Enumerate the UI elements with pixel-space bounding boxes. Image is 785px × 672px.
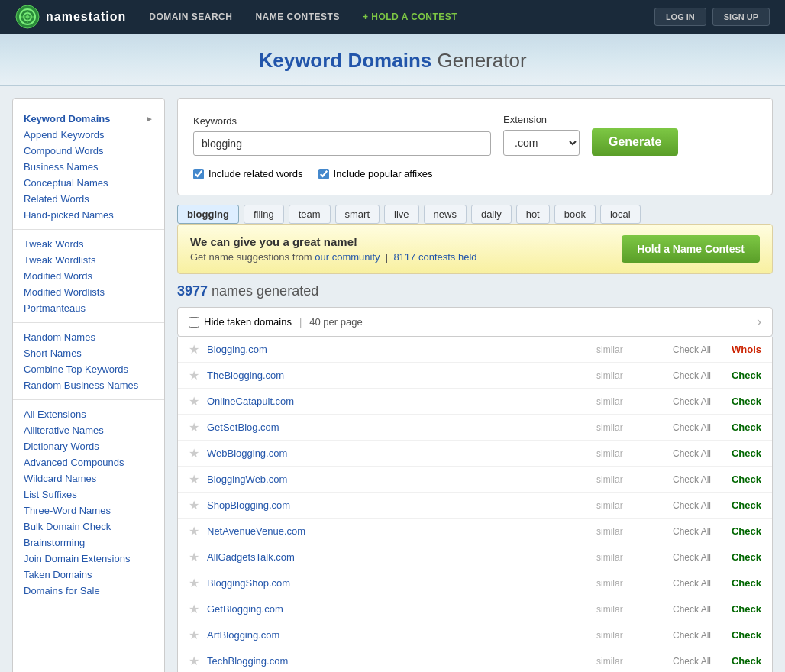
sidebar-item-modified-wordlists[interactable]: Modified Wordlists	[13, 284, 164, 300]
star-icon[interactable]: ★	[189, 576, 199, 590]
signup-button[interactable]: SIGN UP	[712, 8, 770, 26]
sidebar-item-all-extensions[interactable]: All Extensions	[13, 406, 164, 422]
chip-news[interactable]: news	[424, 205, 467, 224]
sidebar-item-modified-words[interactable]: Modified Words	[13, 268, 164, 284]
sidebar-item-alliterative-names[interactable]: Alliterative Names	[13, 422, 164, 438]
sidebar-item-random-names[interactable]: Random Names	[13, 329, 164, 345]
star-icon[interactable]: ★	[189, 342, 199, 357]
check-button[interactable]: Check	[723, 370, 761, 381]
check-button[interactable]: Check	[723, 499, 761, 511]
domain-name[interactable]: TheBlogging.com	[207, 370, 596, 381]
include-related-words-checkbox[interactable]: Include related words	[193, 168, 303, 179]
domain-name[interactable]: BloggingShop.com	[207, 577, 596, 589]
domain-name[interactable]: AllGadgetsTalk.com	[207, 551, 596, 563]
chip-smart[interactable]: smart	[335, 205, 380, 224]
domain-name[interactable]: ArtBlogging.com	[207, 629, 596, 641]
domain-name[interactable]: GetBlogging.com	[207, 603, 596, 615]
star-icon[interactable]: ★	[189, 524, 199, 538]
whois-button[interactable]: Whois	[723, 344, 761, 355]
check-button[interactable]: Check	[723, 629, 761, 641]
check-button[interactable]: Check	[723, 396, 761, 407]
check-all-button[interactable]: Check All	[673, 448, 711, 459]
nav-name-contests[interactable]: NAME CONTESTS	[255, 11, 340, 22]
sidebar-item-conceptual-names[interactable]: Conceptual Names	[13, 175, 164, 191]
keyword-input[interactable]	[193, 131, 491, 156]
sidebar-item-compound-words[interactable]: Compound Words	[13, 143, 164, 159]
domain-name[interactable]: BloggingWeb.com	[207, 473, 596, 485]
domain-name[interactable]: ShopBlogging.com	[207, 499, 596, 511]
chip-live[interactable]: live	[384, 205, 419, 224]
check-all-button[interactable]: Check All	[673, 526, 711, 537]
check-all-button[interactable]: Check All	[673, 422, 711, 433]
login-button[interactable]: LOG IN	[654, 8, 706, 26]
generate-button[interactable]: Generate	[592, 128, 678, 156]
star-icon[interactable]: ★	[189, 602, 199, 616]
check-button[interactable]: Check	[723, 473, 761, 485]
sidebar-item-tweak-words[interactable]: Tweak Words	[13, 236, 164, 252]
chip-blogging[interactable]: blogging	[177, 205, 239, 224]
sidebar-item-advanced-compounds[interactable]: Advanced Compounds	[13, 454, 164, 470]
chip-filing[interactable]: filing	[244, 205, 284, 224]
star-icon[interactable]: ★	[189, 420, 199, 435]
domain-name[interactable]: OnlineCatapult.com	[207, 396, 596, 407]
star-icon[interactable]: ★	[189, 654, 199, 668]
promo-community-link[interactable]: our community	[315, 251, 380, 263]
hold-contest-button[interactable]: Hold a Name Contest	[622, 235, 760, 263]
check-all-button[interactable]: Check All	[673, 474, 711, 485]
star-icon[interactable]: ★	[189, 368, 199, 383]
check-button[interactable]: Check	[723, 603, 761, 615]
sidebar-item-dictionary-words[interactable]: Dictionary Words	[13, 438, 164, 454]
check-all-button[interactable]: Check All	[673, 344, 711, 355]
star-icon[interactable]: ★	[189, 446, 199, 460]
chevron-right-icon[interactable]: ›	[757, 314, 761, 330]
sidebar-item-taken-domains[interactable]: Taken Domains	[13, 567, 164, 583]
domain-name[interactable]: WebBlogging.com	[207, 447, 596, 459]
check-all-button[interactable]: Check All	[673, 656, 711, 667]
check-all-button[interactable]: Check All	[673, 630, 711, 641]
check-button[interactable]: Check	[723, 525, 761, 537]
sidebar-item-list-suffixes[interactable]: List Suffixes	[13, 486, 164, 502]
domain-name[interactable]: TechBlogging.com	[207, 655, 596, 667]
star-icon[interactable]: ★	[189, 472, 199, 486]
sidebar-item-combine-top-keywords[interactable]: Combine Top Keywords	[13, 361, 164, 377]
check-all-button[interactable]: Check All	[673, 500, 711, 511]
sidebar-item-three-word-names[interactable]: Three-Word Names	[13, 502, 164, 519]
check-all-button[interactable]: Check All	[673, 552, 711, 563]
domain-name[interactable]: GetSetBlog.com	[207, 422, 596, 433]
sidebar-item-handpicked-names[interactable]: Hand-picked Names	[13, 207, 164, 223]
check-all-button[interactable]: Check All	[673, 370, 711, 381]
check-button[interactable]: Check	[723, 577, 761, 589]
hide-taken-checkbox[interactable]: Hide taken domains	[189, 316, 292, 328]
chip-book[interactable]: book	[554, 205, 596, 224]
sidebar-item-portmanteaus[interactable]: Portmanteaus	[13, 300, 164, 316]
star-icon[interactable]: ★	[189, 498, 199, 512]
chip-team[interactable]: team	[289, 205, 331, 224]
check-all-button[interactable]: Check All	[673, 578, 711, 589]
sidebar-item-tweak-wordlists[interactable]: Tweak Wordlists	[13, 252, 164, 268]
sidebar-item-keyword-domains[interactable]: Keyword Domains ►	[13, 111, 164, 127]
check-all-button[interactable]: Check All	[673, 396, 711, 407]
check-button[interactable]: Check	[723, 422, 761, 433]
check-button[interactable]: Check	[723, 655, 761, 667]
sidebar-item-brainstorming[interactable]: Brainstorming	[13, 535, 164, 551]
sidebar-item-business-names[interactable]: Business Names	[13, 159, 164, 175]
sidebar-item-append-keywords[interactable]: Append Keywords	[13, 127, 164, 143]
chip-hot[interactable]: hot	[516, 205, 550, 224]
sidebar-item-wildcard-names[interactable]: Wildcard Names	[13, 470, 164, 486]
star-icon[interactable]: ★	[189, 394, 199, 409]
nav-hold-contest[interactable]: + HOLD A CONTEST	[363, 11, 457, 22]
sidebar-item-domains-for-sale[interactable]: Domains for Sale	[13, 583, 164, 599]
check-button[interactable]: Check	[723, 447, 761, 459]
star-icon[interactable]: ★	[189, 550, 199, 564]
star-icon[interactable]: ★	[189, 628, 199, 642]
domain-name[interactable]: NetAvenueVenue.com	[207, 525, 596, 537]
sidebar-item-short-names[interactable]: Short Names	[13, 345, 164, 361]
sidebar-item-bulk-domain-check[interactable]: Bulk Domain Check	[13, 519, 164, 535]
extension-select[interactable]: .com .net .org .io	[503, 130, 580, 156]
include-affixes-checkbox[interactable]: Include popular affixes	[318, 168, 433, 179]
domain-name[interactable]: Blogging.com	[207, 344, 596, 355]
sidebar-item-join-domain-extensions[interactable]: Join Domain Extensions	[13, 551, 164, 567]
nav-domain-search[interactable]: DOMAIN SEARCH	[149, 11, 232, 22]
check-button[interactable]: Check	[723, 551, 761, 563]
sidebar-item-random-business-names[interactable]: Random Business Names	[13, 377, 164, 393]
